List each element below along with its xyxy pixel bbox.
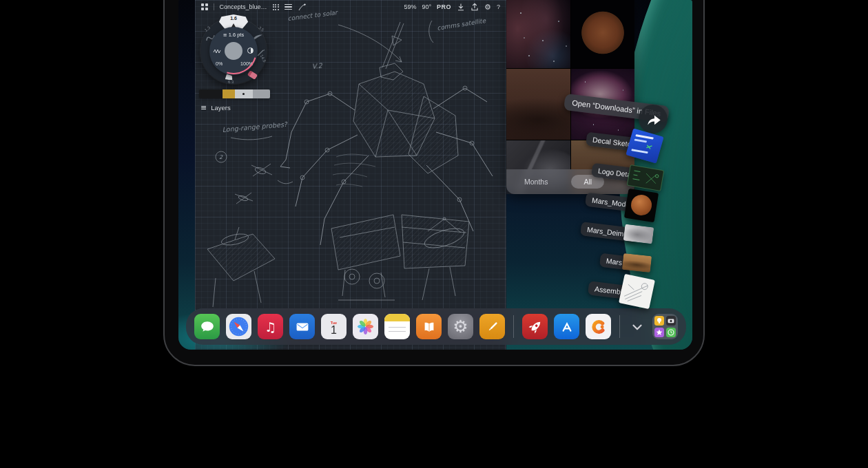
help-icon[interactable]: ? [497,3,500,10]
import-icon[interactable] [457,3,465,11]
messages-icon [199,319,216,335]
dock-app-photos[interactable] [353,314,378,339]
rocket-icon [526,318,544,336]
pages-pen-icon [484,319,501,335]
brush-tool-wheel[interactable]: 1.3 3.5 6.3 14.5 1.6 ≡1.6 pts 0% 100% [200,18,267,84]
dock-app-concepts[interactable] [586,314,611,339]
music-note-icon: ♫ [265,319,276,334]
dock-app-app-store[interactable] [554,314,579,339]
selection-tool-icon[interactable] [285,4,292,10]
document-title[interactable]: Concepts_blue… [220,3,267,10]
dock-app-pages[interactable] [479,314,505,339]
segment-all-selected[interactable]: All [571,175,604,189]
app-store-icon [558,318,576,336]
chevron-down-icon [630,319,645,334]
dock-divider [619,315,620,338]
layers-label: Layers [211,104,231,111]
style-pen-icon[interactable] [298,3,307,11]
tool-size-label: 6.3 [228,80,234,84]
stage: connect to solar comms satellite V.2 Lon… [0,0,868,468]
dock-app-notes[interactable] [384,314,410,339]
settings-gear-glyph: ⚙ [453,317,468,337]
palette-swatch-gray[interactable] [253,89,270,98]
home-grid-icon[interactable] [201,3,208,10]
rotation-value[interactable]: 90° [422,3,431,10]
dock-recent-apps-group[interactable] [652,314,678,339]
photo-mars-landscape[interactable] [506,69,570,140]
star-mini-icon [654,328,664,337]
photo-orion-nebula[interactable] [571,69,635,140]
photo-mars-globe[interactable] [571,0,635,68]
wheel-center-disk[interactable]: ≡1.6 pts 0% 100% [209,27,258,75]
palette-swatch-silver[interactable] [235,89,253,98]
dock-app-settings[interactable]: ⚙ [448,314,473,339]
calendar-day: 1 [331,325,337,335]
annotation-long-range-probes: Long-range probes? [222,120,288,134]
dock-app-mail[interactable] [289,314,315,339]
photo-grid [506,0,634,194]
selected-swatch-dot [242,93,245,95]
layers-button[interactable]: ≡ Layers [200,103,231,112]
annotation-comms-satellite: comms satellite [437,17,488,32]
dock-app-safari[interactable] [226,314,251,339]
books-icon [421,319,437,335]
palette-swatch-black[interactable] [199,89,223,98]
dock-app-calendar[interactable]: Tue 1 [321,314,347,339]
dock-app-messages[interactable] [194,314,220,339]
concepts-c-icon [589,317,608,337]
photos-filter-bar: Months All [506,169,634,194]
dock-app-rocket[interactable] [522,314,548,339]
share-arrow-icon [644,111,662,127]
grid-settings-icon[interactable] [273,4,279,10]
annotation-circled-2: 2 [219,154,223,160]
share-drop-button[interactable] [639,105,668,134]
layers-icon: ≡ [200,103,207,112]
export-icon[interactable] [471,3,479,11]
pro-badge[interactable]: PRO [437,3,451,10]
mail-envelope-icon [294,319,311,335]
concepts-toolbar: Concepts_blue… 59% 90° PRO [195,0,506,14]
dock: ♫ Tue 1 [186,308,686,345]
ipad-screen: connect to solar comms satellite V.2 Lon… [178,0,692,350]
zoom-level[interactable]: 59% [404,3,416,10]
photos-flower-icon [356,317,375,336]
camera-mini-icon [666,316,676,326]
active-brush-size: 1.6 [218,16,249,21]
photo-horsehead-nebula[interactable] [506,0,570,68]
notes-header [384,314,410,321]
clock-mini-icon [666,328,676,337]
dock-divider [513,315,514,338]
dock-app-books[interactable] [416,314,442,339]
ipad-device: connect to solar comms satellite V.2 Lon… [163,0,705,366]
annotation-v2: V.2 [311,62,323,70]
notes-lines [384,321,410,339]
settings-gear-icon[interactable]: ⚙ [484,3,491,12]
photos-app-window: Months All [506,0,634,194]
dock-app-music[interactable]: ♫ [258,314,283,339]
palette-swatch-gold[interactable] [223,89,235,98]
toolbar-divider [214,3,214,10]
dock-collapse-chevron[interactable] [628,314,646,339]
safari-compass-icon [228,316,249,337]
color-palette-bar[interactable] [199,89,270,98]
tips-mini-icon [654,316,664,326]
segment-months[interactable]: Months [524,178,548,186]
